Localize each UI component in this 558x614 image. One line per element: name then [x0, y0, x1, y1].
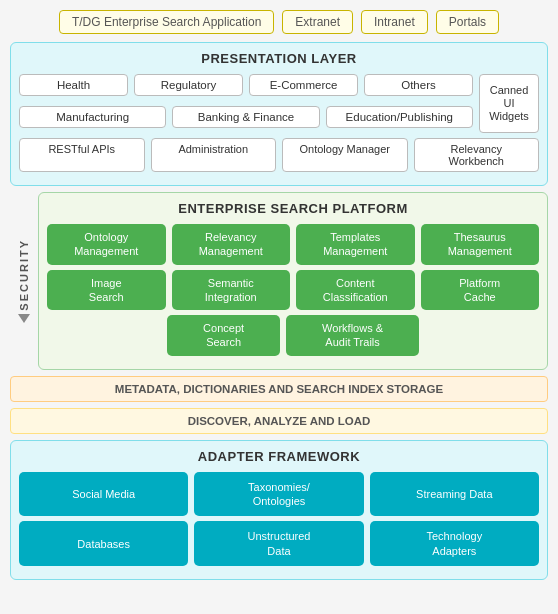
health-btn[interactable]: Health: [19, 74, 128, 96]
image-search-btn[interactable]: Image Search: [47, 270, 166, 311]
education-btn[interactable]: Education/Publishing: [326, 106, 473, 128]
regulatory-btn[interactable]: Regulatory: [134, 74, 243, 96]
security-col: SECURITY: [10, 192, 38, 370]
top-app-tdg[interactable]: T/DG Enterprise Search Application: [59, 10, 274, 34]
streaming-data-btn[interactable]: Streaming Data: [370, 472, 539, 517]
security-label: SECURITY: [18, 239, 30, 311]
adapter-row2: Databases Unstructured Data Technology A…: [19, 521, 539, 566]
adapter-row1: Social Media Taxonomies/ Ontologies Stre…: [19, 472, 539, 517]
platform-cache-btn[interactable]: Platform Cache: [421, 270, 540, 311]
relevancy-management-btn[interactable]: Relevancy Management: [172, 224, 291, 265]
ontology-manager-btn[interactable]: Ontology Manager: [282, 138, 408, 172]
ontology-management-btn[interactable]: Ontology Management: [47, 224, 166, 265]
enterprise-row1: Ontology Management Relevancy Management…: [47, 224, 539, 265]
banking-btn[interactable]: Banking & Finance: [172, 106, 319, 128]
presentation-row3: RESTful APIs Administration Ontology Man…: [19, 138, 539, 172]
administration-btn[interactable]: Administration: [151, 138, 277, 172]
others-btn[interactable]: Others: [364, 74, 473, 96]
top-apps-row: T/DG Enterprise Search Application Extra…: [10, 10, 548, 34]
unstructured-data-btn[interactable]: Unstructured Data: [194, 521, 363, 566]
adapter-layer-title: ADAPTER FRAMEWORK: [19, 449, 539, 464]
enterprise-security-wrapper: SECURITY ENTERPRISE SEARCH PLATFORM Onto…: [10, 192, 548, 370]
security-arrow: [18, 314, 30, 323]
restful-btn[interactable]: RESTful APIs: [19, 138, 145, 172]
semantic-integration-btn[interactable]: Semantic Integration: [172, 270, 291, 311]
content-classification-btn[interactable]: Content Classification: [296, 270, 415, 311]
ecommerce-btn[interactable]: E-Commerce: [249, 74, 358, 96]
templates-management-btn[interactable]: Templates Management: [296, 224, 415, 265]
canned-widget-btn[interactable]: Canned UI Widgets: [479, 74, 539, 133]
adapter-layer: ADAPTER FRAMEWORK Social Media Taxonomie…: [10, 440, 548, 580]
top-app-portals[interactable]: Portals: [436, 10, 499, 34]
workflows-audit-btn[interactable]: Workflows & Audit Trails: [286, 315, 419, 356]
concept-search-btn[interactable]: Concept Search: [167, 315, 280, 356]
presentation-row1a: Health Regulatory E-Commerce Others: [19, 74, 473, 96]
metadata-bar: METADATA, DICTIONARIES AND SEARCH INDEX …: [10, 376, 548, 402]
enterprise-row3: Concept Search Workflows & Audit Trails: [47, 315, 539, 356]
presentation-layer: PRESENTATION LAYER Health Regulatory E-C…: [10, 42, 548, 186]
presentation-row2: Manufacturing Banking & Finance Educatio…: [19, 106, 473, 128]
taxonomies-ontologies-btn[interactable]: Taxonomies/ Ontologies: [194, 472, 363, 517]
discover-bar: DISCOVER, ANALYZE AND LOAD: [10, 408, 548, 434]
presentation-layer-title: PRESENTATION LAYER: [19, 51, 539, 66]
enterprise-layer-title: ENTERPRISE SEARCH PLATFORM: [47, 201, 539, 216]
social-media-btn[interactable]: Social Media: [19, 472, 188, 517]
relevancy-workbench-btn[interactable]: Relevancy Workbench: [414, 138, 540, 172]
manufacturing-btn[interactable]: Manufacturing: [19, 106, 166, 128]
top-app-extranet[interactable]: Extranet: [282, 10, 353, 34]
enterprise-row2: Image Search Semantic Integration Conten…: [47, 270, 539, 311]
top-app-intranet[interactable]: Intranet: [361, 10, 428, 34]
presentation-row1: Health Regulatory E-Commerce Others Manu…: [19, 74, 539, 133]
thesaurus-management-btn[interactable]: Thesaurus Management: [421, 224, 540, 265]
enterprise-layer: ENTERPRISE SEARCH PLATFORM Ontology Mana…: [38, 192, 548, 370]
technology-adapters-btn[interactable]: Technology Adapters: [370, 521, 539, 566]
databases-btn[interactable]: Databases: [19, 521, 188, 566]
